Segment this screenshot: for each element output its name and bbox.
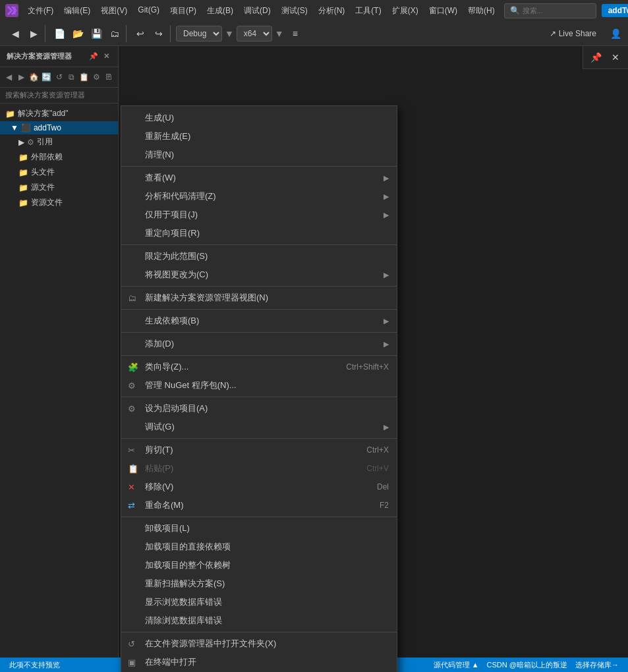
ctx-sep-7 [121, 397, 397, 397]
search-box[interactable]: 🔍 搜索... [504, 3, 596, 18]
menu-build[interactable]: 生成(B) [202, 3, 239, 19]
ctx-cut[interactable]: ✂ 剪切(T) Ctrl+X [121, 441, 397, 459]
menu-tools[interactable]: 工具(T) [350, 3, 386, 19]
ctx-remove[interactable]: ✕ 移除(V) Del [121, 478, 397, 496]
menu-view[interactable]: 视图(V) [96, 3, 132, 19]
toolbar-redo-btn[interactable]: ↪ [150, 25, 167, 42]
solution-tree: 📁 解决方案"add" ▼ ⬛ addTwo ▶ ⚙ 引用 📁 外部依赖 📁 头… [0, 103, 118, 672]
title-bar: 文件(F) 编辑(E) 视图(V) Git(G) 项目(P) 生成(B) 调试(… [0, 0, 628, 21]
tree-headers-label: 头文件 [31, 167, 55, 178]
status-preview[interactable]: 此项不支持预览 [5, 658, 64, 672]
ctx-show-db-err[interactable]: 显示浏览数据库错误 [121, 593, 397, 611]
ctx-retarget[interactable]: 重定向项目(R) [121, 224, 397, 242]
menu-analyze[interactable]: 分析(N) [313, 3, 351, 19]
menu-file[interactable]: 文件(F) [22, 3, 59, 19]
sidebar-home-btn[interactable]: 🏠 [29, 70, 40, 84]
live-share-button[interactable]: ↗ Live Share [544, 26, 602, 41]
toolbar-save-btn[interactable]: 💾 [88, 25, 105, 42]
menu-window[interactable]: 窗口(W) [424, 3, 463, 19]
resources-icon: 📁 [18, 198, 28, 208]
tree-solution[interactable]: 📁 解决方案"add" [0, 106, 118, 121]
toolbar-undo-btn[interactable]: ↩ [132, 25, 149, 42]
ctx-unload[interactable]: 卸载项目(L) [121, 519, 397, 538]
platform-select[interactable]: x64 [237, 26, 272, 42]
menu-edit[interactable]: 编辑(E) [59, 3, 96, 19]
rpanel-pin-btn[interactable]: 📌 [587, 49, 604, 66]
ctx-clear-db-err-label: 清除浏览数据库错误 [145, 615, 222, 627]
headers-icon: 📁 [18, 168, 28, 177]
ctx-scope[interactable]: 限定为此范围(S) [121, 247, 397, 266]
debug-arrow: ▼ [225, 28, 234, 39]
toolbar-profile-btn[interactable]: 👤 [607, 25, 624, 42]
ctx-rename-icon: ⇄ [128, 501, 135, 511]
tree-refs[interactable]: ▶ ⚙ 引用 [0, 134, 118, 150]
pin-button[interactable]: 📌 [87, 52, 100, 61]
ctx-load-direct[interactable]: 加载项目的直接依赖项 [121, 538, 397, 556]
menu-debug[interactable]: 调试(D) [239, 3, 276, 19]
tree-project-addtwo[interactable]: ▼ ⬛ addTwo [0, 121, 118, 134]
status-csdn[interactable]: CSDN @暗箱以上的叛逆 [483, 660, 571, 670]
sidebar-copy-btn[interactable]: ⧉ [66, 70, 76, 84]
sidebar-back-btn[interactable]: ◀ [4, 70, 14, 84]
ctx-load-tree[interactable]: 加载项目的整个依赖树 [121, 556, 397, 574]
tree-resources[interactable]: 📁 资源文件 [0, 195, 118, 210]
ctx-sep-3 [121, 286, 397, 287]
ctx-paste: 📋 粘贴(P) Ctrl+V [121, 459, 397, 478]
ctx-view-label: 查看(W) [145, 172, 176, 184]
sidebar-sync-btn[interactable]: 🔄 [42, 70, 52, 84]
toolbar-saveall-btn[interactable]: 🗂 [106, 25, 123, 42]
solution-icon: 📁 [5, 109, 15, 119]
header-close-button[interactable]: ✕ [101, 52, 111, 61]
sidebar-forward-btn[interactable]: ▶ [16, 70, 27, 84]
ctx-view-arrow: ▶ [384, 174, 389, 182]
debug-config-select[interactable]: Debug [176, 26, 222, 42]
ctx-view[interactable]: 查看(W) ▶ [121, 169, 397, 187]
ctx-rebuild[interactable]: 重新生成(E) [121, 127, 397, 146]
sidebar-copy2-btn[interactable]: 📋 [78, 70, 89, 84]
ctx-build[interactable]: 生成(U) [121, 109, 397, 127]
ctx-debug[interactable]: 调试(G) ▶ [121, 418, 397, 436]
ctx-analyze[interactable]: 分析和代码清理(Z) ▶ [121, 187, 397, 206]
solution-explorer-panel: 解决方案资源管理器 📌 ✕ ◀ ▶ 🏠 🔄 ↺ ⧉ 📋 ⚙ 🖹 搜索解决方案资源… [0, 46, 119, 672]
menu-extensions[interactable]: 扩展(X) [387, 3, 424, 19]
refs-icon: ⚙ [27, 138, 34, 147]
ctx-clean[interactable]: 清理(N) [121, 146, 397, 164]
toolbar-open-btn[interactable]: 📂 [69, 25, 86, 42]
ctx-classwiz[interactable]: 🧩 类向导(Z)... Ctrl+Shift+X [121, 358, 397, 376]
menu-test[interactable]: 测试(S) [276, 3, 313, 19]
ctx-nuget[interactable]: ⚙ 管理 NuGet 程序包(N)... [121, 376, 397, 395]
ctx-new-slnview[interactable]: 🗂 新建解决方案资源管理器视图(N) [121, 289, 397, 307]
ctx-clear-db-err[interactable]: 清除浏览数据库错误 [121, 611, 397, 630]
ctx-show-db-err-label: 显示浏览数据库错误 [145, 596, 222, 608]
tree-external-deps[interactable]: 📁 外部依赖 [0, 150, 118, 165]
sidebar-filter-btn[interactable]: 🖹 [103, 70, 114, 84]
ctx-change-view[interactable]: 将视图更改为(C) ▶ [121, 266, 397, 284]
sidebar-refresh-btn[interactable]: ↺ [54, 70, 65, 84]
toolbar-forward-btn[interactable]: ▶ [25, 25, 42, 42]
toolbar-back-btn[interactable]: ◀ [7, 25, 24, 42]
sidebar-toolbar: ◀ ▶ 🏠 🔄 ↺ ⧉ 📋 ⚙ 🖹 [0, 67, 118, 88]
ctx-rename[interactable]: ⇄ 重命名(M) F2 [121, 496, 397, 515]
status-repo[interactable]: 选择存储库→ [571, 660, 623, 670]
ctx-open-terminal[interactable]: ▣ 在终端中打开 [121, 653, 397, 671]
tree-sources[interactable]: 📁 源文件 [0, 180, 118, 195]
tree-headers[interactable]: 📁 头文件 [0, 165, 118, 180]
ctx-only[interactable]: 仅用于项目(J) ▶ [121, 206, 397, 224]
ctx-cut-label: 剪切(T) [145, 444, 173, 456]
rpanel-close-btn[interactable]: ✕ [607, 49, 624, 66]
ctx-rescan[interactable]: 重新扫描解决方案(S) [121, 574, 397, 593]
status-repo-label: 选择存储库→ [575, 660, 619, 670]
menu-project[interactable]: 项目(P) [165, 3, 202, 19]
menu-help[interactable]: 帮助(H) [463, 3, 500, 19]
ctx-startup[interactable]: ⚙ 设为启动项目(A) [121, 399, 397, 418]
sidebar-settings-btn[interactable]: ⚙ [91, 70, 101, 84]
ctx-add[interactable]: 添加(D) ▶ [121, 335, 397, 353]
toolbar-extra-btn[interactable]: ≡ [287, 25, 304, 42]
ctx-classwiz-shortcut: Ctrl+Shift+X [346, 362, 389, 372]
ctx-build-deps[interactable]: 生成依赖项(B) ▶ [121, 312, 397, 330]
toolbar-new-btn[interactable]: 📄 [51, 25, 68, 42]
ctx-open-folder[interactable]: ↺ 在文件资源管理器中打开文件夹(X) [121, 634, 397, 653]
menu-git[interactable]: Git(G) [132, 3, 165, 19]
context-menu: 生成(U) 重新生成(E) 清理(N) 查看(W) ▶ 分析和代码清理(Z) ▶… [121, 105, 397, 672]
status-source-control[interactable]: 源代码管理 ▲ [430, 660, 483, 670]
